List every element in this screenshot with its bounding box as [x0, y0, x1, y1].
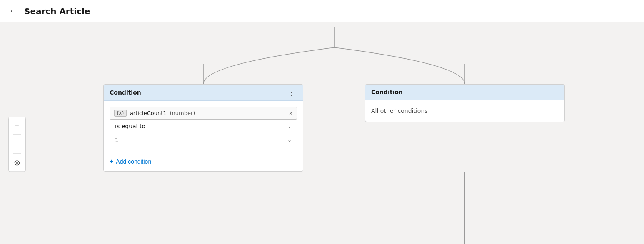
condition-left-card: Condition ⋮ {x} articleCount1 (number) ×… [103, 84, 303, 172]
zoom-target-button[interactable] [11, 157, 23, 169]
operator-chevron-icon: ⌄ [287, 123, 292, 129]
add-condition-button[interactable]: + Add condition [104, 153, 157, 165]
variable-icon: {x} [114, 110, 127, 117]
tree-connector-svg [0, 22, 644, 244]
add-condition-label: Add condition [116, 158, 151, 165]
variable-tag[interactable]: {x} articleCount1 (number) × [110, 107, 297, 120]
condition-right-header: Condition [365, 85, 564, 100]
variable-close-button[interactable]: × [289, 110, 292, 116]
other-conditions-text: All other conditions [365, 100, 564, 122]
value-dropdown[interactable]: 1 ⌄ [110, 133, 297, 147]
target-icon [14, 159, 20, 166]
svg-point-4 [16, 162, 18, 164]
value-label: 1 [115, 137, 119, 143]
condition-right-title: Condition [371, 89, 403, 95]
operator-label: is equal to [115, 123, 145, 129]
zoom-controls-panel: + − [8, 117, 26, 172]
condition-left-menu-button[interactable]: ⋮ [286, 89, 297, 96]
zoom-out-button[interactable]: − [11, 138, 23, 150]
value-chevron-icon: ⌄ [287, 137, 292, 143]
branch-line-right [464, 172, 465, 244]
app-header: ← Search Article [0, 0, 644, 22]
operator-dropdown[interactable]: is equal to ⌄ [110, 120, 297, 133]
condition-left-title: Condition [110, 89, 141, 96]
zoom-in-button[interactable]: + [11, 120, 23, 131]
branch-line-left [203, 172, 203, 244]
back-button[interactable]: ← [7, 5, 19, 17]
zoom-divider-2 [13, 153, 21, 154]
variable-type: (number) [170, 110, 195, 116]
page-title: Search Article [24, 6, 90, 16]
flow-canvas: Condition ⋮ {x} articleCount1 (number) ×… [0, 22, 644, 244]
condition-left-body: {x} articleCount1 (number) × is equal to… [104, 101, 303, 153]
variable-name: articleCount1 [130, 110, 167, 116]
zoom-divider [13, 134, 21, 135]
condition-right-card: Condition All other conditions [365, 84, 565, 122]
condition-left-header: Condition ⋮ [104, 85, 303, 101]
add-icon: + [110, 158, 113, 165]
